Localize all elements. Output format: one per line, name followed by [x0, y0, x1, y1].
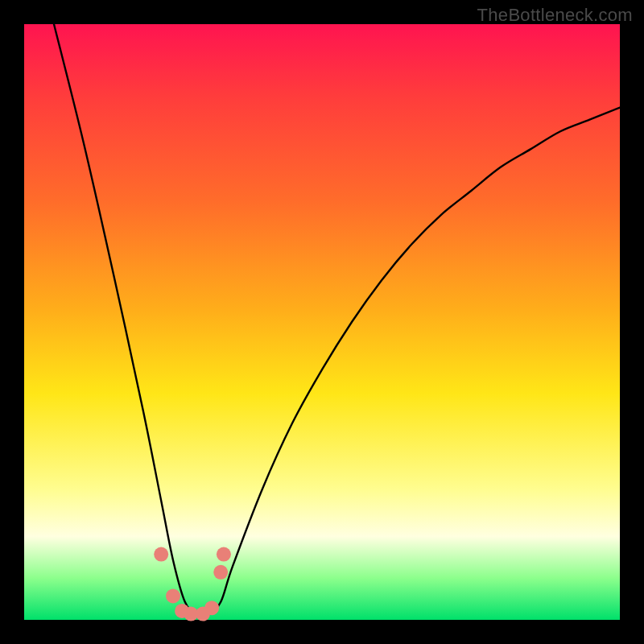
watermark-text: TheBottleneck.com	[477, 5, 633, 26]
sample-points-group	[154, 547, 231, 621]
sample-point	[213, 565, 228, 580]
sample-point	[204, 601, 219, 615]
chart-svg	[24, 24, 620, 620]
sample-point	[154, 547, 168, 562]
sample-point	[166, 588, 180, 603]
bottleneck-curve-path	[54, 24, 620, 615]
sample-point	[217, 547, 231, 562]
